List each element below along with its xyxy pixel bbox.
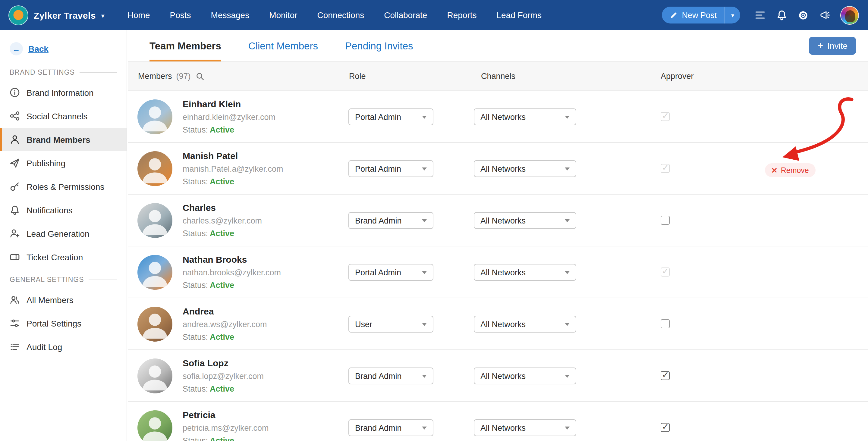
member-status: Status:Active xyxy=(183,281,281,290)
brand-switcher[interactable]: Zylker Travels xyxy=(0,5,113,25)
invite-button[interactable]: Invite xyxy=(809,37,856,55)
table-row: Manish Patel manish.Patel.a@zylker.com S… xyxy=(128,143,868,195)
notifications-bell-icon[interactable] xyxy=(776,10,787,21)
chevron-down-icon xyxy=(565,219,569,222)
tab-team-members[interactable]: Team Members xyxy=(150,30,221,61)
search-icon[interactable] xyxy=(196,72,205,81)
member-email: andrea.ws@zylker.com xyxy=(183,320,267,329)
approver-checkbox[interactable] xyxy=(661,216,670,225)
chevron-down-icon xyxy=(565,115,569,118)
channels-select[interactable]: All Networks xyxy=(474,160,576,177)
queue-menu-icon[interactable] xyxy=(755,10,766,20)
topnav-actions: New Post xyxy=(662,6,868,24)
table-row: Charles charles.s@zylker.com Status:Acti… xyxy=(128,195,868,246)
nav-item-lead-forms[interactable]: Lead Forms xyxy=(497,10,541,20)
sidebar-item-roles-permissions[interactable]: Roles & Permissions xyxy=(0,175,127,198)
user-avatar[interactable] xyxy=(840,6,859,24)
chevron-down-icon xyxy=(422,426,427,429)
role-select[interactable]: User xyxy=(348,316,433,333)
tab-pending-invites[interactable]: Pending Invites xyxy=(345,30,413,61)
member-status: Status:Active xyxy=(183,177,283,186)
brand-logo-icon xyxy=(8,5,28,25)
role-select[interactable]: Brand Admin xyxy=(348,419,433,436)
back-link[interactable]: ← Back xyxy=(0,37,127,61)
approver-checkbox[interactable] xyxy=(661,423,670,432)
nav-item-messages[interactable]: Messages xyxy=(211,10,250,20)
approver-checkbox[interactable] xyxy=(661,319,670,328)
sidebar-item-all-members[interactable]: All Members xyxy=(0,288,127,312)
table-row: Nathan Brooks nathan.brooks@zylker.com S… xyxy=(128,246,868,298)
people-icon xyxy=(10,294,20,305)
list-icon xyxy=(10,342,20,352)
chevron-down-icon xyxy=(565,323,569,326)
member-name: Nathan Brooks xyxy=(183,254,281,264)
member-avatar xyxy=(137,307,173,342)
tab-client-members[interactable]: Client Members xyxy=(248,30,318,61)
person-icon xyxy=(10,134,20,145)
role-select[interactable]: Brand Admin xyxy=(348,368,433,384)
member-avatar xyxy=(137,99,173,134)
role-select[interactable]: Portal Admin xyxy=(348,264,433,281)
nav-item-connections[interactable]: Connections xyxy=(317,10,364,20)
remove-member-button[interactable]: Remove xyxy=(765,163,815,177)
nav-item-home[interactable]: Home xyxy=(127,10,150,20)
role-select[interactable]: Portal Admin xyxy=(348,108,433,125)
nav-item-posts[interactable]: Posts xyxy=(170,10,191,20)
announcement-icon[interactable] xyxy=(819,10,830,21)
sidebar-item-ticket-creation[interactable]: Ticket Creation xyxy=(0,245,127,269)
sidebar-item-brand-information[interactable]: Brand Information xyxy=(0,81,127,104)
member-name: Petricia xyxy=(183,410,269,420)
chevron-down-icon xyxy=(422,374,427,377)
channels-select[interactable]: All Networks xyxy=(474,419,576,436)
invite-label: Invite xyxy=(827,41,847,51)
member-status: Status:Active xyxy=(183,125,276,134)
new-post-dropdown-chevron[interactable] xyxy=(724,7,740,24)
channels-select[interactable]: All Networks xyxy=(474,264,576,281)
approver-checkbox[interactable] xyxy=(661,164,670,173)
nav-item-monitor[interactable]: Monitor xyxy=(269,10,297,20)
member-email: petricia.ms@zylker.com xyxy=(183,423,269,433)
sidebar-item-lead-generation[interactable]: Lead Generation xyxy=(0,222,127,245)
chevron-down-icon xyxy=(565,271,569,274)
settings-gear-icon[interactable] xyxy=(798,9,809,21)
channels-select[interactable]: All Networks xyxy=(474,368,576,384)
column-role: Role xyxy=(349,62,366,90)
chevron-down-icon xyxy=(565,167,569,170)
chevron-down-icon xyxy=(422,115,427,118)
key-icon xyxy=(10,181,20,192)
approver-checkbox[interactable] xyxy=(661,112,670,121)
member-name: Einhard Klein xyxy=(183,99,276,109)
pencil-icon xyxy=(670,11,678,19)
chevron-down-icon xyxy=(422,219,427,222)
column-members: Members (97) xyxy=(138,62,205,90)
member-avatar xyxy=(137,255,173,290)
sidebar-item-social-channels[interactable]: Social Channels xyxy=(0,104,127,128)
member-email: charles.s@zylker.com xyxy=(183,216,262,225)
column-approver: Approver xyxy=(661,62,694,90)
share-nodes-icon xyxy=(10,111,20,121)
channels-select[interactable]: All Networks xyxy=(474,108,576,125)
nav-item-collaborate[interactable]: Collaborate xyxy=(384,10,427,20)
member-status: Status:Active xyxy=(183,436,269,441)
new-post-button[interactable]: New Post xyxy=(662,7,740,24)
remove-x-icon xyxy=(772,165,777,175)
sidebar-item-publishing[interactable]: Publishing xyxy=(0,151,127,175)
sidebar-item-notifications[interactable]: Notifications xyxy=(0,198,127,222)
sidebar-item-portal-settings[interactable]: Portal Settings xyxy=(0,312,127,335)
channels-select[interactable]: All Networks xyxy=(474,212,576,229)
table-row: Petricia petricia.ms@zylker.com Status:A… xyxy=(128,402,868,441)
member-avatar xyxy=(137,410,173,441)
members-list: Einhard Klein einhard.klein@zylker.com S… xyxy=(128,91,868,441)
channels-select[interactable]: All Networks xyxy=(474,316,576,333)
sidebar-item-brand-members[interactable]: Brand Members xyxy=(0,128,127,151)
approver-checkbox[interactable] xyxy=(661,371,670,380)
role-select[interactable]: Brand Admin xyxy=(348,212,433,229)
sidebar-item-audit-log[interactable]: Audit Log xyxy=(0,335,127,358)
member-status: Status:Active xyxy=(183,229,262,238)
table-row: Andrea andrea.ws@zylker.com Status:Activ… xyxy=(128,298,868,350)
role-select[interactable]: Portal Admin xyxy=(348,160,433,177)
chevron-down-icon xyxy=(565,426,569,429)
chevron-down-icon xyxy=(422,271,427,274)
nav-item-reports[interactable]: Reports xyxy=(447,10,476,20)
approver-checkbox[interactable] xyxy=(661,267,670,277)
